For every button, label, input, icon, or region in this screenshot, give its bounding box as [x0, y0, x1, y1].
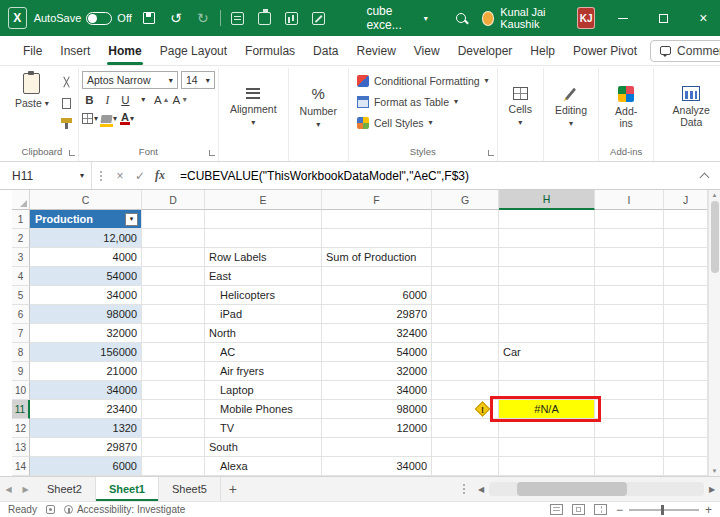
- accessibility-status[interactable]: Accessibility: Investigate: [64, 504, 185, 515]
- page-layout-view-icon[interactable]: [572, 504, 585, 515]
- paste-button[interactable]: Paste ▾: [9, 70, 55, 129]
- cell-F6[interactable]: 29870: [322, 305, 432, 324]
- filter-icon[interactable]: ▾: [125, 213, 138, 226]
- cell-J9[interactable]: [664, 362, 708, 381]
- hscroll-right-icon[interactable]: ▶: [704, 477, 720, 501]
- column-header-I[interactable]: I: [595, 190, 664, 210]
- insert-function-icon[interactable]: fx: [150, 168, 170, 183]
- horizontal-scroll-thumb[interactable]: [517, 482, 627, 496]
- formula-bar-expand-icon[interactable]: [700, 172, 710, 182]
- column-header-D[interactable]: D: [142, 190, 205, 210]
- cell-I1[interactable]: [595, 210, 664, 229]
- cell-E3[interactable]: Row Labels: [205, 248, 322, 267]
- cell-E13[interactable]: South: [205, 438, 322, 457]
- column-header-J[interactable]: J: [664, 190, 708, 210]
- error-warning-icon[interactable]: !: [475, 402, 490, 417]
- editing-button[interactable]: Editing ▾: [547, 70, 595, 144]
- cell-J6[interactable]: [664, 305, 708, 324]
- cell-D10[interactable]: [142, 381, 205, 400]
- cell-C9[interactable]: 21000: [30, 362, 142, 381]
- cell-I2[interactable]: [595, 229, 664, 248]
- cell-D13[interactable]: [142, 438, 205, 457]
- redo-icon[interactable]: ↻: [193, 6, 213, 30]
- cell-C6[interactable]: 98000: [30, 305, 142, 324]
- cell-H1[interactable]: [499, 210, 595, 229]
- row-header-2[interactable]: 2: [12, 229, 30, 248]
- tab-scroll-right-icon[interactable]: ▶: [17, 477, 34, 501]
- menu-item-insert[interactable]: Insert: [51, 36, 99, 65]
- enter-icon[interactable]: ✓: [130, 169, 150, 183]
- conditional-formatting-button[interactable]: Conditional Formatting ▾: [352, 70, 494, 91]
- row-header-6[interactable]: 6: [12, 305, 30, 324]
- column-header-F[interactable]: F: [322, 190, 432, 210]
- maximize-button[interactable]: [647, 0, 680, 36]
- format-painter-icon[interactable]: [59, 115, 75, 129]
- menu-item-developer[interactable]: Developer: [449, 36, 522, 65]
- cell-G14[interactable]: [432, 457, 499, 476]
- row-header-12[interactable]: 12: [12, 419, 30, 438]
- cell-D3[interactable]: [142, 248, 205, 267]
- menu-item-file[interactable]: File: [14, 36, 51, 65]
- cell-I8[interactable]: [595, 343, 664, 362]
- cell-F3[interactable]: Sum of Production: [322, 248, 432, 267]
- font-name-select[interactable]: Aptos Narrow ▾: [82, 71, 178, 89]
- cell-H2[interactable]: [499, 229, 595, 248]
- cell-D8[interactable]: [142, 343, 205, 362]
- addins-button[interactable]: Add-ins: [602, 70, 650, 144]
- cell-G3[interactable]: [432, 248, 499, 267]
- cell-F4[interactable]: [322, 267, 432, 286]
- italic-button[interactable]: I: [100, 91, 115, 108]
- cell-F7[interactable]: 32400: [322, 324, 432, 343]
- cell-I9[interactable]: [595, 362, 664, 381]
- comments-button[interactable]: Comments: [650, 40, 720, 62]
- row-header-3[interactable]: 3: [12, 248, 30, 267]
- cell-H7[interactable]: [499, 324, 595, 343]
- cell-E14[interactable]: Alexa: [205, 457, 322, 476]
- cell-F5[interactable]: 6000: [322, 286, 432, 305]
- cell-I13[interactable]: [595, 438, 664, 457]
- document-title[interactable]: cube exce... ▾: [357, 0, 436, 36]
- scroll-down-icon[interactable]: ▼: [712, 468, 718, 474]
- normal-view-icon[interactable]: [550, 504, 563, 515]
- number-button[interactable]: % Number ▾: [292, 70, 345, 144]
- cell-E6[interactable]: iPad: [205, 305, 322, 324]
- zoom-slider[interactable]: [629, 509, 699, 511]
- cell-G9[interactable]: [432, 362, 499, 381]
- cell-J1[interactable]: [664, 210, 708, 229]
- sheet-tab-sheet5[interactable]: Sheet5: [159, 477, 221, 501]
- styles-dialog-launcher-icon[interactable]: [488, 150, 494, 156]
- format-as-table-button[interactable]: Format as Table ▾: [352, 91, 494, 112]
- cell-F13[interactable]: [322, 438, 432, 457]
- menu-item-home[interactable]: Home: [99, 36, 150, 65]
- cell-J8[interactable]: [664, 343, 708, 362]
- increase-font-button[interactable]: A▲: [154, 91, 170, 108]
- cell-D4[interactable]: [142, 267, 205, 286]
- row-header-10[interactable]: 10: [12, 381, 30, 400]
- column-header-E[interactable]: E: [205, 190, 322, 210]
- cell-C11[interactable]: 23400: [30, 400, 142, 419]
- cell-H9[interactable]: [499, 362, 595, 381]
- cell-J3[interactable]: [664, 248, 708, 267]
- cell-C2[interactable]: 12,000: [30, 229, 142, 248]
- cell-F14[interactable]: 34000: [322, 457, 432, 476]
- cell-E11[interactable]: Mobile Phones: [205, 400, 322, 419]
- cell-G6[interactable]: [432, 305, 499, 324]
- formula-input[interactable]: =CUBEVALUE("ThisWorkbookDataModel","AeC"…: [170, 169, 701, 183]
- cell-D9[interactable]: [142, 362, 205, 381]
- decrease-font-button[interactable]: A▼: [172, 91, 188, 108]
- cell-J12[interactable]: [664, 419, 708, 438]
- cell-C8[interactable]: 156000: [30, 343, 142, 362]
- hscroll-left-icon[interactable]: ◀: [473, 477, 489, 501]
- sheet-tab-sheet1[interactable]: Sheet1: [96, 477, 159, 501]
- cell-J14[interactable]: [664, 457, 708, 476]
- cell-I11[interactable]: [595, 400, 664, 419]
- cell-E5[interactable]: Helicopters: [205, 286, 322, 305]
- underline-options-icon[interactable]: ▾: [136, 91, 151, 108]
- cell-E4[interactable]: East: [205, 267, 322, 286]
- autosave-switch-icon[interactable]: [86, 12, 112, 25]
- row-header-8[interactable]: 8: [12, 343, 30, 362]
- cell-G13[interactable]: [432, 438, 499, 457]
- cell-G1[interactable]: [432, 210, 499, 229]
- cell-E9[interactable]: Air fryers: [205, 362, 322, 381]
- menu-item-help[interactable]: Help: [521, 36, 564, 65]
